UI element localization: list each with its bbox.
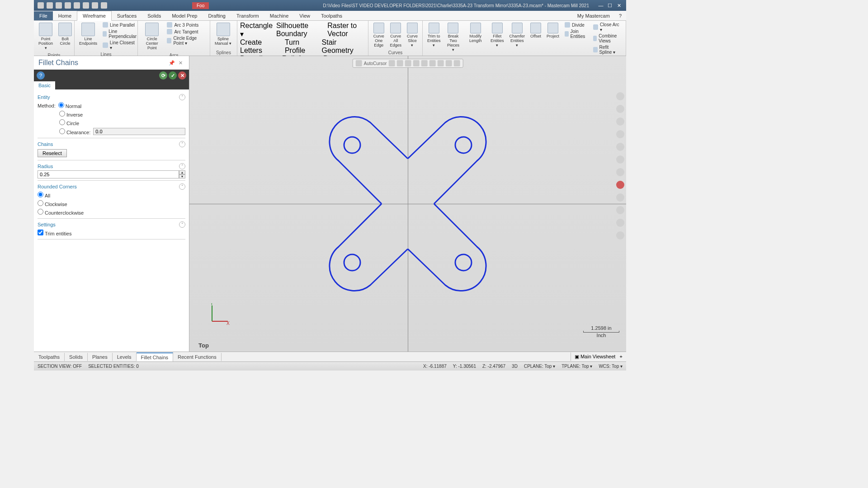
chamfer-button[interactable]: ChamferEntities ▾: [508, 22, 527, 49]
screen-icon[interactable]: [74, 2, 80, 9]
open-icon[interactable]: [56, 2, 62, 9]
tab-transform[interactable]: Transform: [231, 11, 264, 20]
method-inverse-radio[interactable]: Inverse: [59, 111, 83, 117]
btab-planes[interactable]: Planes: [88, 353, 113, 361]
combine-button[interactable]: Combine Views: [591, 33, 623, 44]
divide-button[interactable]: Divide: [563, 22, 590, 28]
circle-center-button[interactable]: CircleCenter Point: [141, 22, 163, 52]
vr-icon[interactable]: [616, 143, 624, 151]
tab-machine[interactable]: Machine: [264, 11, 294, 20]
vt-icon[interactable]: [405, 60, 411, 66]
cancel-icon[interactable]: ✕: [178, 71, 186, 80]
spline-manual-button[interactable]: SplineManual ▾: [213, 22, 233, 47]
account-link[interactable]: My Mastercam: [573, 11, 614, 20]
status-section[interactable]: SECTION VIEW: OFF: [38, 364, 82, 369]
tab-wireframe[interactable]: Wireframe: [77, 11, 112, 21]
vr-icon[interactable]: [616, 181, 624, 189]
modlen-button[interactable]: Modify Length: [464, 22, 487, 44]
maximize-button[interactable]: ☐: [607, 3, 613, 9]
raster-button[interactable]: Raster to Vector: [327, 22, 365, 38]
chevron-up-icon[interactable]: ˄: [179, 183, 185, 190]
radius-down[interactable]: ▼: [179, 174, 185, 178]
tab-solids[interactable]: Solids: [142, 11, 166, 20]
panel-close-icon[interactable]: ✕: [177, 60, 184, 66]
method-clearance-radio[interactable]: Clearance:: [59, 128, 90, 135]
line-perpendicular-button[interactable]: Line Perpendicular: [101, 28, 140, 39]
rounded-cw-radio[interactable]: Clockwise: [38, 200, 67, 207]
chevron-up-icon[interactable]: ˄: [179, 163, 185, 169]
clearance-input[interactable]: [93, 128, 185, 135]
btab-fillet[interactable]: Fillet Chains: [137, 352, 174, 361]
btab-toolpaths[interactable]: Toolpaths: [34, 353, 65, 361]
stair-button[interactable]: Stair Geometry: [322, 38, 365, 55]
trim-button[interactable]: Trim toEntities ▾: [425, 22, 443, 49]
vt-icon[interactable]: [388, 60, 395, 66]
print-icon[interactable]: [65, 2, 71, 9]
vt-icon[interactable]: [453, 60, 460, 66]
join-button[interactable]: Join Entities: [563, 28, 590, 39]
status-mode[interactable]: 3D: [512, 364, 518, 369]
vr-icon[interactable]: [616, 219, 624, 227]
rectangle-button[interactable]: Rectangle ▾: [240, 22, 273, 38]
silhouette-button[interactable]: Silhouette Boundary: [276, 22, 324, 38]
status-tplane[interactable]: TPLANE: Top ▾: [561, 364, 592, 369]
help-icon[interactable]: ?: [37, 71, 45, 80]
tab-drafting[interactable]: Drafting: [203, 11, 231, 20]
bolt-circle-button[interactable]: BoltCircle: [57, 22, 74, 47]
circle-edge-button[interactable]: Circle Edge Point ▾: [165, 35, 207, 46]
vt-icon[interactable]: [437, 60, 443, 66]
fillet-button[interactable]: FilletEntities ▾: [489, 22, 506, 49]
vr-icon[interactable]: [616, 105, 624, 113]
radius-up[interactable]: ▲: [179, 170, 185, 174]
viewsheet-tab[interactable]: ▣ Main Viewsheet +: [571, 352, 626, 361]
vt-icon[interactable]: [413, 60, 419, 66]
method-circle-radio[interactable]: Circle: [59, 119, 79, 126]
tab-view[interactable]: View: [294, 11, 316, 20]
undo-icon[interactable]: [92, 2, 98, 9]
new-icon[interactable]: [38, 2, 44, 9]
chevron-up-icon[interactable]: ˄: [179, 94, 185, 100]
arc-3points-button[interactable]: Arc 3 Points: [165, 22, 207, 28]
btab-levels[interactable]: Levels: [113, 353, 137, 361]
curve-one-button[interactable]: CurveOne Edge: [371, 22, 386, 49]
apply-icon[interactable]: ⟳: [159, 71, 167, 80]
pin-icon[interactable]: 📌: [167, 60, 177, 66]
trim-checkbox[interactable]: Trim entities: [38, 230, 72, 236]
btab-solids[interactable]: Solids: [65, 353, 88, 361]
save-icon[interactable]: [47, 2, 53, 9]
tab-file[interactable]: File: [34, 11, 53, 20]
tab-surfaces[interactable]: Surfaces: [112, 11, 142, 20]
ok-icon[interactable]: ✓: [169, 71, 177, 80]
line-closest-button[interactable]: Line Closest ▾: [101, 40, 140, 51]
vt-icon[interactable]: [396, 60, 403, 66]
turnprofile-button[interactable]: Turn Profile: [285, 38, 318, 55]
panel-tab-basic[interactable]: Basic: [34, 81, 55, 89]
redo-icon[interactable]: [101, 2, 107, 9]
rounded-all-radio[interactable]: All: [38, 192, 50, 198]
line-endpoints-button[interactable]: LineEndpoints: [77, 22, 99, 47]
chevron-up-icon[interactable]: ˄: [179, 221, 185, 228]
tab-home[interactable]: Home: [53, 11, 77, 20]
vr-icon[interactable]: [616, 117, 624, 126]
vt-icon[interactable]: [445, 60, 452, 66]
opt-icon[interactable]: [83, 2, 89, 9]
status-cplane[interactable]: CPLANE: Top ▾: [524, 364, 555, 369]
break-button[interactable]: Break TwoPieces ▾: [444, 22, 462, 53]
method-normal-radio[interactable]: Normal: [58, 102, 81, 109]
arc-tangent-button[interactable]: Arc Tangent: [165, 28, 207, 35]
vr-icon[interactable]: [616, 193, 624, 202]
vr-icon[interactable]: [616, 155, 624, 164]
viewport[interactable]: AutoCursor YX Top 1.2598 in Inch: [189, 56, 626, 352]
help-icon[interactable]: ?: [614, 11, 626, 20]
cursor-icon[interactable]: [356, 60, 362, 66]
rounded-ccw-radio[interactable]: Counterclockwise: [38, 209, 84, 216]
btab-recent[interactable]: Recent Functions: [173, 353, 222, 361]
project-button[interactable]: Project: [545, 22, 561, 40]
curve-slice-button[interactable]: CurveSlice ▾: [405, 22, 420, 49]
curve-all-button[interactable]: Curve AllEdges: [388, 22, 403, 49]
status-wcs[interactable]: WCS: Top ▾: [599, 364, 623, 369]
vr-icon[interactable]: [616, 130, 624, 138]
refit-button[interactable]: Refit Spline ▾: [591, 44, 623, 55]
chevron-up-icon[interactable]: ˄: [179, 141, 185, 147]
line-parallel-button[interactable]: Line Parallel: [101, 22, 140, 28]
